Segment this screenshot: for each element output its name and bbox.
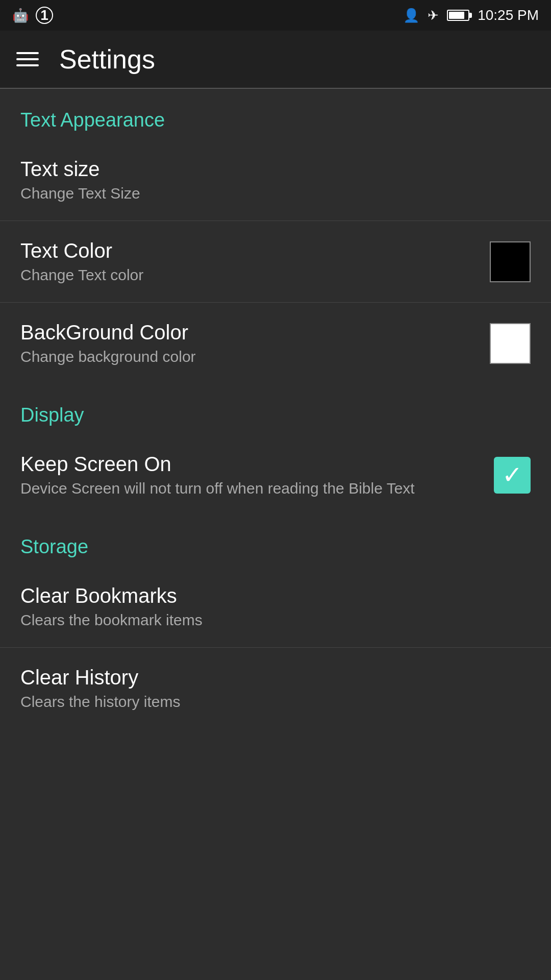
time-display: 10:25 PM [478,7,539,23]
keep-screen-on-checkbox[interactable]: ✓ [494,457,531,494]
settings-item-clear-history[interactable]: Clear History Clears the history items [0,648,551,729]
settings-item-background-color-subtitle: Change background color [20,348,478,365]
settings-item-background-color-title: BackGround Color [20,321,478,344]
text-color-swatch [490,241,531,282]
settings-item-background-color[interactable]: BackGround Color Change background color [0,303,551,384]
section-header-storage: Storage [0,516,551,566]
background-color-swatch [490,323,531,364]
battery-icon [447,10,469,21]
notification-badge-icon: 1 [36,7,53,24]
status-bar-left-icons: 🤖 1 [12,7,53,24]
settings-item-clear-history-subtitle: Clears the history items [20,693,531,710]
settings-content: Text Appearance Text size Change Text Si… [0,89,551,729]
page-title: Settings [59,44,155,75]
settings-item-keep-screen-on-title: Keep Screen On [20,453,482,476]
hamburger-menu-button[interactable] [16,52,39,66]
settings-item-text-size-text: Text size Change Text Size [20,158,531,202]
settings-item-text-color-subtitle: Change Text color [20,266,478,284]
settings-item-keep-screen-on[interactable]: Keep Screen On Device Screen will not tu… [0,434,551,516]
settings-item-text-color-title: Text Color [20,239,478,262]
settings-item-keep-screen-on-text: Keep Screen On Device Screen will not tu… [20,453,482,497]
settings-item-clear-bookmarks-text: Clear Bookmarks Clears the bookmark item… [20,584,531,629]
settings-item-text-size-subtitle: Change Text Size [20,185,531,202]
android-icon: 🤖 [12,8,29,23]
settings-item-clear-history-text: Clear History Clears the history items [20,666,531,710]
status-bar: 🤖 1 👤 ✈ 10:25 PM [0,0,551,31]
settings-item-clear-bookmarks-title: Clear Bookmarks [20,584,531,607]
settings-item-text-size-title: Text size [20,158,531,181]
keep-screen-on-accessory: ✓ [494,457,531,494]
settings-item-text-color[interactable]: Text Color Change Text color [0,221,551,302]
settings-item-text-color-text: Text Color Change Text color [20,239,478,284]
background-color-accessory [490,323,531,364]
airplane-mode-icon: ✈ [428,8,439,23]
hamburger-line-2 [16,58,39,60]
settings-item-background-color-text: BackGround Color Change background color [20,321,478,365]
status-bar-right-icons: 👤 ✈ 10:25 PM [403,7,539,23]
settings-item-text-size[interactable]: Text size Change Text Size [0,139,551,220]
settings-item-clear-bookmarks[interactable]: Clear Bookmarks Clears the bookmark item… [0,566,551,647]
user-icon: 👤 [403,8,419,23]
hamburger-line-3 [16,64,39,66]
checkbox-checkmark-icon: ✓ [502,463,522,487]
section-header-text-appearance: Text Appearance [0,89,551,139]
hamburger-line-1 [16,52,39,54]
settings-item-keep-screen-on-subtitle: Device Screen will not turn off when rea… [20,480,482,497]
settings-item-clear-bookmarks-subtitle: Clears the bookmark items [20,611,531,629]
text-color-accessory [490,241,531,282]
section-header-display: Display [0,384,551,434]
settings-item-clear-history-title: Clear History [20,666,531,689]
app-bar: Settings [0,31,551,88]
